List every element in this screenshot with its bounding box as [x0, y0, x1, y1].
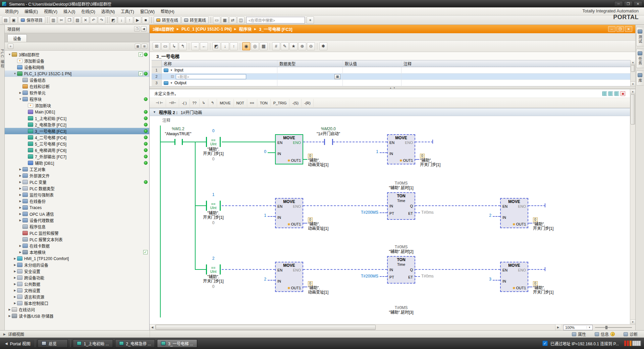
expand-arrow[interactable]	[13, 257, 17, 260]
tree-item[interactable]: 在线访问	[5, 306, 149, 313]
expand-arrow[interactable]	[18, 251, 22, 254]
split-editor-icon[interactable]: ◫	[237, 16, 245, 24]
ton-block[interactable]: TON Time IN Q PT ET	[387, 256, 415, 284]
simulation-icon[interactable]: ▦	[221, 16, 228, 24]
scroll-thumb[interactable]	[631, 65, 635, 72]
expand-arrow[interactable]	[7, 53, 12, 56]
menu-item[interactable]: 选项(N)	[98, 7, 118, 15]
tree-item[interactable]: 语言和资源	[5, 294, 149, 300]
interface-scrollbar[interactable]: ▲ ▼	[630, 60, 635, 86]
zoom-slider-handle[interactable]	[605, 326, 607, 329]
move-block[interactable]: MOVE EN ENO IN ✱OUT1	[500, 262, 528, 292]
section-expand-arrow[interactable]: ▼	[170, 69, 173, 72]
open-editor-button[interactable]: 2_电梯急停 ...	[115, 339, 155, 348]
operand[interactable]: 开关门步[1]	[190, 215, 237, 220]
tab-libraries[interactable]: 库	[636, 70, 644, 86]
add-empty-box-icon[interactable]: ▭	[161, 42, 169, 50]
input-value[interactable]: 0	[254, 149, 266, 154]
move-block[interactable]: MOVE EN ENO IN ✱OUT1	[275, 134, 303, 164]
tree-item[interactable]: 程序信息	[5, 223, 149, 230]
paste-icon[interactable]: ▨	[74, 16, 81, 24]
download-icon[interactable]: ↓	[118, 16, 125, 24]
ptrig-tool[interactable]: P_TRIG	[271, 99, 290, 107]
goto-prev-icon[interactable]: ←	[200, 42, 208, 50]
monitoring-off-icon[interactable]: ◎	[251, 42, 259, 50]
tab-tasks[interactable]: 任务	[636, 49, 644, 68]
go-online-button[interactable]: 转至在线	[154, 16, 181, 24]
tree-item[interactable]: 3梯8层群控	[5, 51, 149, 58]
scroll-thumb[interactable]	[156, 325, 376, 330]
tree-item[interactable]: PLC 监控和报警	[5, 230, 149, 236]
expand-arrow[interactable]	[13, 72, 17, 75]
dest-operand[interactable]: 0 "辅助". 动画变址[1]	[308, 154, 328, 167]
monitoring-on-icon[interactable]: ◉	[242, 42, 250, 50]
favorites-icon[interactable]: ★	[289, 42, 298, 50]
expand-arrow[interactable]	[18, 174, 22, 177]
close-button[interactable]: ✕	[634, 1, 642, 6]
breadcrumb-item[interactable]: 程序块	[231, 26, 252, 32]
expand-arrow[interactable]	[18, 98, 22, 101]
operand[interactable]: 开关门步[1]	[190, 152, 237, 156]
scroll-right-icon[interactable]: ▶	[555, 325, 561, 330]
tree-item[interactable]: 跨设备功能	[5, 275, 149, 281]
timer-operand[interactable]: "辅助".延时[3]	[374, 310, 429, 315]
new-variable-field[interactable]: <新增>	[176, 74, 246, 79]
column-settings-icon[interactable]: ▦	[135, 44, 141, 49]
pane-splitter[interactable]: ▲▼	[150, 86, 635, 89]
settings-icon[interactable]: ✱	[319, 42, 327, 50]
editor-maximize-button[interactable]: ❐	[616, 26, 624, 32]
open-project-icon[interactable]: ▣	[10, 16, 17, 24]
tree-item[interactable]: 软件单元	[5, 90, 149, 96]
section-expand-arrow[interactable]: ▼	[170, 82, 173, 85]
menu-item[interactable]: 在线(O)	[78, 7, 98, 15]
tree-item[interactable]: 未分组的设备	[5, 262, 149, 268]
upload-block-icon[interactable]: ↑	[230, 42, 238, 50]
input-value[interactable]: 1	[366, 149, 378, 154]
expand-arrow[interactable]	[13, 270, 17, 273]
tree-item[interactable]: 1_上电初始 [FC1]	[5, 115, 149, 121]
set-coil-tool[interactable]: -(S)	[289, 99, 301, 107]
cross-reference-icon[interactable]: ⇄	[229, 16, 236, 24]
dest-operand[interactable]: 0 "辅助". 动画变址[1]	[308, 281, 328, 295]
scroll-up-icon[interactable]: ▲	[631, 60, 635, 65]
input-value[interactable]: 2	[479, 213, 491, 218]
timer-operand[interactable]: "辅助".延时[1]	[374, 186, 429, 190]
collapse-networks-icon[interactable]: ⊖	[307, 42, 315, 50]
tree-item[interactable]: 版本控制接口	[5, 300, 149, 306]
scroll-left-icon[interactable]: ◀	[150, 325, 155, 330]
contact-name[interactable]: "1#开门启动"	[308, 132, 348, 137]
not-tool[interactable]: NOT	[234, 99, 247, 107]
expand-arrow[interactable]	[18, 244, 22, 247]
move-block[interactable]: MOVE EN ENO IN ✱OUT1	[275, 262, 303, 292]
maximize-button[interactable]: ❐	[624, 1, 633, 6]
tree-item[interactable]: 在线和诊断	[5, 83, 149, 90]
expand-arrow[interactable]	[18, 168, 22, 171]
open-branch-icon[interactable]: ↳	[170, 42, 178, 50]
download-block-icon[interactable]: ↓	[221, 42, 229, 50]
tree-item[interactable]: 安全设置	[5, 268, 149, 275]
scroll-up-icon[interactable]: ▲	[630, 89, 635, 94]
tree-item[interactable]: 公共数据	[5, 281, 149, 287]
upload-icon[interactable]: ↑	[126, 16, 133, 24]
dest-operand[interactable]: 0 "辅助". 开关门步[1]	[533, 217, 553, 231]
project-search-input[interactable]: <在项目中搜索>	[246, 17, 305, 23]
close-branch-tool[interactable]: ↰	[208, 99, 217, 107]
tree-item[interactable]: 4_二号电梯 [FC4]	[5, 134, 149, 141]
save-project-button[interactable]: 保存项目	[18, 16, 45, 24]
sequence-icon[interactable]	[608, 91, 613, 96]
tree-item[interactable]: OPC UA 通信	[5, 211, 149, 217]
move-block[interactable]: MOVE EN ENO IN ✱OUT1	[275, 198, 303, 228]
float-panel-icon[interactable]: ❐	[134, 26, 140, 32]
tree-item[interactable]: PLC 报警文本列表	[5, 236, 149, 243]
tree-item[interactable]: Main [OB1]	[5, 109, 149, 115]
input-value[interactable]: 1	[254, 213, 266, 218]
snapshot-icon[interactable]: ▦	[260, 42, 268, 50]
menu-item[interactable]: 窗口(W)	[137, 7, 158, 15]
menu-item[interactable]: 帮助(H)	[158, 7, 177, 15]
expand-arrow[interactable]	[13, 295, 17, 298]
scroll-down-icon[interactable]: ▼	[630, 319, 635, 324]
expand-networks-icon[interactable]: ⊕	[298, 42, 306, 50]
tree-item[interactable]: PLC_1 [CPU 1512C-1 PN]	[5, 70, 149, 77]
tree-item[interactable]: 添加新设备	[5, 58, 149, 64]
editor-close-button[interactable]: ✕	[625, 26, 632, 32]
